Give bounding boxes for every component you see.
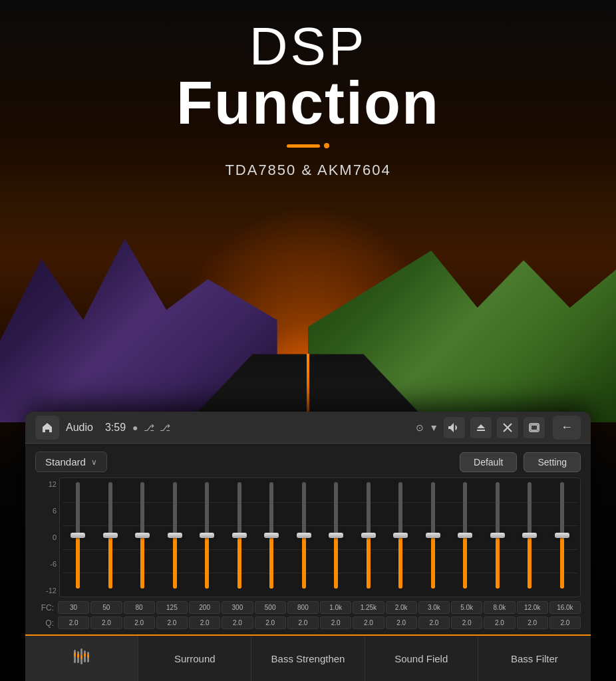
fader-thumb-4[interactable] bbox=[200, 533, 214, 538]
close-button[interactable] bbox=[497, 417, 518, 438]
fc-cell-3[interactable]: 125 bbox=[156, 601, 188, 614]
svg-rect-1 bbox=[531, 425, 538, 430]
default-button[interactable]: Default bbox=[460, 452, 517, 472]
eq-fader-7[interactable] bbox=[289, 482, 320, 594]
y-label-0: 0 bbox=[35, 533, 57, 541]
fader-thumb-0[interactable] bbox=[71, 533, 85, 538]
fc-cell-4[interactable]: 200 bbox=[189, 601, 220, 614]
q-cell-7[interactable]: 2.0 bbox=[287, 616, 319, 629]
eq-fader-9[interactable] bbox=[353, 482, 385, 594]
fc-cell-13[interactable]: 8.0k bbox=[484, 601, 515, 614]
fader-track-0 bbox=[76, 482, 80, 589]
q-cell-6[interactable]: 2.0 bbox=[255, 616, 286, 629]
eq-fader-13[interactable] bbox=[482, 482, 514, 594]
q-cell-9[interactable]: 2.0 bbox=[353, 616, 384, 629]
q-cell-3[interactable]: 2.0 bbox=[156, 616, 188, 629]
fader-thumb-12[interactable] bbox=[458, 533, 472, 538]
eq-fader-12[interactable] bbox=[450, 482, 481, 594]
fc-cell-7[interactable]: 800 bbox=[287, 601, 319, 614]
fc-label: FC: bbox=[35, 603, 57, 613]
bass-filter-label: Bass Filter bbox=[511, 653, 558, 664]
fc-cell-8[interactable]: 1.0k bbox=[320, 601, 351, 614]
eq-fader-8[interactable] bbox=[321, 482, 352, 594]
eq-fader-3[interactable] bbox=[160, 482, 191, 594]
q-cell-15[interactable]: 2.0 bbox=[549, 616, 581, 629]
eq-q-row: Q: 2.02.02.02.02.02.02.02.02.02.02.02.02… bbox=[35, 616, 581, 629]
eq-fader-11[interactable] bbox=[418, 482, 449, 594]
usb2-icon: ⎇ bbox=[160, 422, 170, 433]
q-cell-4[interactable]: 2.0 bbox=[189, 616, 220, 629]
q-cell-0[interactable]: 2.0 bbox=[58, 616, 89, 629]
fader-thumb-14[interactable] bbox=[522, 533, 537, 538]
eq-fader-15[interactable] bbox=[547, 482, 578, 594]
eq-faders-wrapper: 12 6 0 -6 -12 bbox=[35, 477, 581, 597]
bass-strengthen-label: Bass Strengthen bbox=[271, 653, 345, 664]
fc-cell-2[interactable]: 80 bbox=[124, 601, 155, 614]
setting-button[interactable]: Setting bbox=[524, 452, 581, 472]
home-button[interactable] bbox=[35, 416, 59, 440]
fc-cell-1[interactable]: 50 bbox=[90, 601, 122, 614]
fader-thumb-11[interactable] bbox=[426, 533, 440, 538]
eq-content: Standard ∨ Default Setting 12 6 0 -6 -12 bbox=[25, 444, 591, 634]
fader-thumb-7[interactable] bbox=[297, 533, 311, 538]
sound-field-label: Sound Field bbox=[394, 653, 448, 664]
q-cell-11[interactable]: 2.0 bbox=[418, 616, 450, 629]
eq-fader-1[interactable] bbox=[95, 482, 126, 594]
fader-track-3 bbox=[173, 482, 177, 589]
fc-cell-10[interactable]: 2.0k bbox=[386, 601, 417, 614]
fader-thumb-1[interactable] bbox=[103, 533, 118, 538]
surround-label: Surround bbox=[174, 653, 216, 664]
window-button[interactable] bbox=[524, 417, 545, 438]
preset-arrow-icon: ∨ bbox=[91, 458, 97, 467]
fader-thumb-10[interactable] bbox=[393, 533, 408, 538]
tab-surround[interactable]: Surround bbox=[138, 636, 251, 681]
fader-thumb-5[interactable] bbox=[232, 533, 247, 538]
eq-fader-6[interactable] bbox=[256, 482, 287, 594]
eq-fader-2[interactable] bbox=[127, 482, 158, 594]
fc-cell-12[interactable]: 5.0k bbox=[451, 601, 482, 614]
eq-fader-0[interactable] bbox=[63, 482, 94, 594]
eject-button[interactable] bbox=[470, 417, 492, 438]
fader-track-10 bbox=[398, 482, 402, 589]
tab-eq[interactable] bbox=[25, 636, 138, 681]
eq-fader-4[interactable] bbox=[192, 482, 223, 594]
fader-thumb-3[interactable] bbox=[168, 533, 182, 538]
eq-top-controls: Standard ∨ Default Setting bbox=[35, 452, 581, 472]
q-cell-12[interactable]: 2.0 bbox=[451, 616, 482, 629]
fader-thumb-9[interactable] bbox=[361, 533, 376, 538]
status-icons: ● ⎇ ⎇ bbox=[132, 422, 170, 433]
fader-track-11 bbox=[431, 482, 435, 589]
fc-cell-9[interactable]: 1.25k bbox=[353, 601, 384, 614]
eq-fader-10[interactable] bbox=[385, 482, 416, 594]
tab-sound-field[interactable]: Sound Field bbox=[365, 636, 478, 681]
eq-fader-14[interactable] bbox=[514, 482, 545, 594]
q-cell-2[interactable]: 2.0 bbox=[124, 616, 155, 629]
nav-icon: ● bbox=[132, 422, 138, 433]
q-cell-5[interactable]: 2.0 bbox=[222, 616, 253, 629]
q-cell-14[interactable]: 2.0 bbox=[517, 616, 548, 629]
fc-cell-0[interactable]: 30 bbox=[58, 601, 89, 614]
fader-track-12 bbox=[463, 482, 467, 589]
tab-bass-filter[interactable]: Bass Filter bbox=[478, 636, 591, 681]
q-cell-10[interactable]: 2.0 bbox=[386, 616, 417, 629]
svg-rect-3 bbox=[74, 652, 76, 656]
fader-thumb-13[interactable] bbox=[490, 533, 505, 538]
fader-thumb-6[interactable] bbox=[264, 533, 279, 538]
eq-fader-5[interactable] bbox=[224, 482, 255, 594]
fc-cell-11[interactable]: 3.0k bbox=[418, 601, 450, 614]
fc-cell-5[interactable]: 300 bbox=[222, 601, 253, 614]
fader-thumb-8[interactable] bbox=[329, 533, 343, 538]
fc-cell-6[interactable]: 500 bbox=[255, 601, 286, 614]
tab-bass-strengthen[interactable]: Bass Strengthen bbox=[251, 636, 365, 681]
fc-cell-14[interactable]: 12.0k bbox=[517, 601, 548, 614]
svg-rect-11 bbox=[87, 654, 89, 658]
fc-cell-15[interactable]: 16.0k bbox=[549, 601, 581, 614]
volume-button[interactable] bbox=[444, 417, 465, 438]
q-cell-8[interactable]: 2.0 bbox=[320, 616, 351, 629]
fader-thumb-2[interactable] bbox=[135, 533, 150, 538]
preset-dropdown[interactable]: Standard ∨ bbox=[35, 452, 107, 472]
fader-thumb-15[interactable] bbox=[555, 533, 569, 538]
q-cell-1[interactable]: 2.0 bbox=[90, 616, 122, 629]
back-button[interactable]: ← bbox=[553, 416, 581, 440]
q-cell-13[interactable]: 2.0 bbox=[484, 616, 515, 629]
